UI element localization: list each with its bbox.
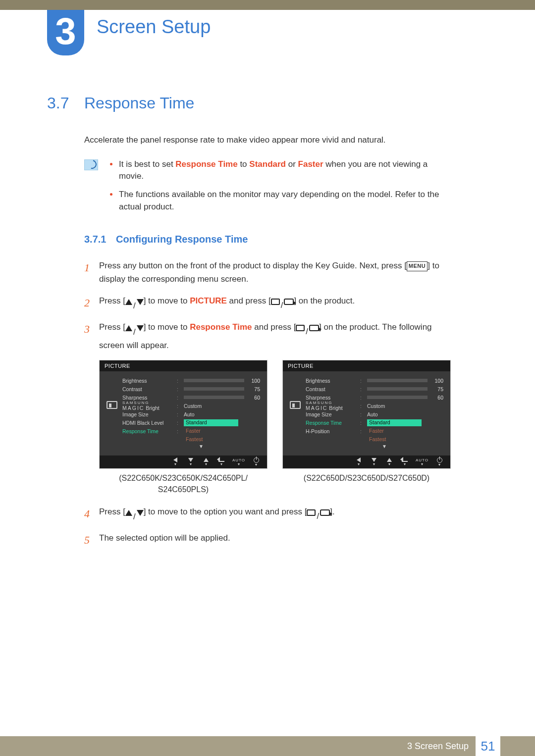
- note-item: The functions available on the monitor m…: [108, 189, 451, 213]
- chapter-title: Screen Setup: [97, 16, 211, 38]
- note-list: It is best to set Response Time to Stand…: [108, 158, 451, 219]
- footer-page-number: 51: [476, 736, 500, 756]
- return-icon: ▾: [398, 457, 412, 466]
- step-number: 1: [84, 259, 99, 286]
- power-icon: ▾: [249, 457, 263, 466]
- osd-caption-left: (S22C650K/S23C650K/S24C650PL/ S24C650PLS…: [99, 473, 268, 495]
- source-enter-icon: /: [271, 299, 294, 312]
- step-body: Press [/] to move to PICTURE and press […: [99, 294, 451, 312]
- note-icon: [84, 159, 98, 170]
- step-number: 3: [84, 320, 99, 352]
- steps-list-cont: 4 Press [/] to move to the option you wa…: [84, 505, 451, 549]
- down-icon: ▾: [184, 457, 198, 466]
- scroll-down-icon: ▼: [142, 444, 260, 450]
- up-down-icon: /: [125, 299, 144, 312]
- magic-bright-label: SAMSUNGMAGIC Bright: [122, 401, 177, 411]
- step: 5 The selected option will be applied.: [84, 531, 451, 549]
- step: 1 Press any button on the front of the p…: [84, 259, 451, 286]
- auto-icon: AUTO▾: [413, 457, 431, 466]
- left-icon: ▾: [168, 457, 182, 466]
- menu-icon: MENU: [407, 261, 428, 271]
- osd-screenshot-row: PICTURE Brightness:100 Contrast:75 Sharp…: [99, 360, 451, 469]
- step-body: Press any button on the front of the pro…: [99, 259, 451, 286]
- osd-caption-row: (S22C650K/S23C650K/S24C650PL/ S24C650PLS…: [99, 473, 451, 495]
- subsection-number: 3.7.1: [84, 234, 106, 245]
- return-icon: ▾: [214, 457, 228, 466]
- osd-highlighted-item: Response Time: [122, 428, 177, 434]
- section-heading: 3.7 Response Time: [47, 94, 451, 112]
- subsection-heading: 3.7.1 Configuring Response Time: [84, 234, 451, 245]
- step-number: 4: [84, 505, 99, 523]
- picture-category-icon: [290, 401, 301, 409]
- source-enter-icon: /: [307, 509, 330, 523]
- power-icon: ▾: [432, 457, 446, 466]
- osd-title: PICTURE: [283, 360, 450, 371]
- page-content: 3.7 Response Time Accelerate the panel r…: [47, 94, 451, 556]
- note-item: It is best to set Response Time to Stand…: [108, 158, 451, 183]
- osd-highlighted-item: Response Time: [306, 420, 360, 426]
- osd-caption-right: (S22C650D/S23C650D/S27C650D): [282, 473, 451, 495]
- up-icon: ▾: [382, 457, 396, 466]
- subsection-title: Configuring Response Time: [116, 234, 248, 245]
- down-icon: ▾: [367, 457, 381, 466]
- up-icon: ▾: [199, 457, 213, 466]
- note-block: It is best to set Response Time to Stand…: [84, 158, 451, 219]
- step: 4 Press [/] to move to the option you wa…: [84, 505, 451, 523]
- source-enter-icon: /: [296, 325, 319, 338]
- up-down-icon: /: [125, 325, 144, 339]
- up-down-icon: /: [125, 510, 144, 523]
- chapter-badge: 3: [47, 10, 84, 55]
- osd-footer: ▾ ▾ ▾ ▾ AUTO▾ ▾: [100, 455, 267, 468]
- picture-category-icon: [107, 401, 117, 409]
- step: 3 Press [/] to move to Response Time and…: [84, 320, 451, 352]
- step-body: Press [/] to move to the option you want…: [99, 505, 451, 523]
- scroll-down-icon: ▼: [325, 444, 443, 450]
- left-icon: ▾: [352, 457, 366, 466]
- auto-icon: AUTO▾: [230, 457, 248, 466]
- step-body: Press [/] to move to Response Time and p…: [99, 320, 451, 352]
- osd-panel-left: PICTURE Brightness:100 Contrast:75 Sharp…: [99, 360, 268, 469]
- step: 2 Press [/] to move to PICTURE and press…: [84, 294, 451, 312]
- chapter-number: 3: [55, 12, 76, 50]
- section-title: Response Time: [84, 94, 194, 112]
- step-number: 2: [84, 294, 99, 312]
- step-body: The selected option will be applied.: [99, 531, 451, 549]
- section-number: 3.7: [47, 94, 84, 112]
- osd-title: PICTURE: [100, 360, 267, 371]
- top-bar: [0, 0, 535, 10]
- intro-text: Accelerate the panel response rate to ma…: [84, 134, 451, 147]
- magic-bright-label: SAMSUNGMAGIC Bright: [306, 401, 360, 411]
- osd-footer: ▾ ▾ ▾ ▾ AUTO▾ ▾: [283, 455, 450, 468]
- footer-chapter: 3 Screen Setup: [407, 741, 469, 752]
- footer-bar: 3 Screen Setup 51: [0, 736, 535, 756]
- steps-list: 1 Press any button on the front of the p…: [84, 259, 451, 352]
- step-number: 5: [84, 531, 99, 549]
- osd-panel-right: PICTURE Brightness:100 Contrast:75 Sharp…: [282, 360, 451, 469]
